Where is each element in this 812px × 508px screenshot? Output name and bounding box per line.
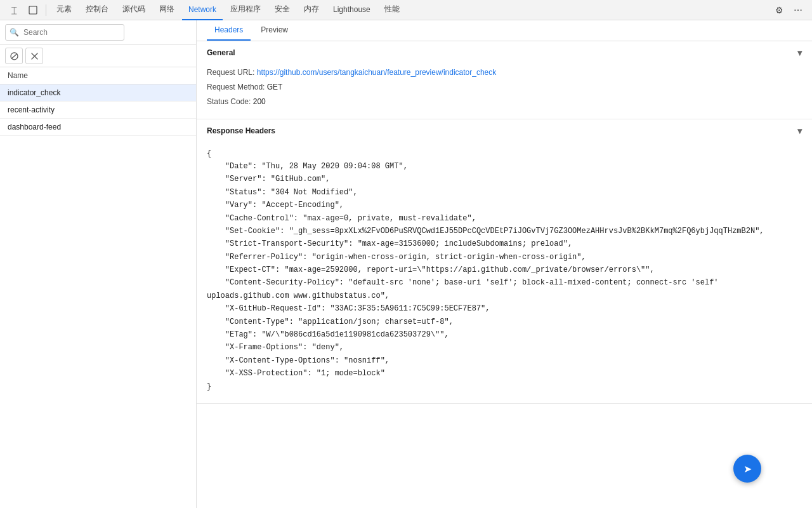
toolbar-right: ⚙ ⋯ [770,1,807,19]
left-panel: 🔍 Name indicator_check recent-activity d… [0,20,197,508]
request-method-row: Request Method: GET [207,81,802,93]
tab-application[interactable]: 应用程序 [224,0,267,20]
request-url-link[interactable]: https://github.com/users/tangkaichuan/fe… [257,68,497,77]
list-item[interactable]: indicator_check [0,84,196,102]
search-icon: 🔍 [10,28,19,37]
general-section-body: Request URL: https://github.com/users/ta… [197,64,812,119]
chevron-down-icon: ▾ [797,48,802,58]
fab-icon: ➤ [743,463,752,475]
tab-security[interactable]: 安全 [268,0,296,20]
request-method-label: Request Method: [207,83,265,91]
request-method-value: GET [267,83,283,91]
request-url-label: Request URL: [207,68,254,77]
tab-network-cn[interactable]: 网络 [153,0,181,20]
response-headers-section: Response Headers ▾ { "Date": "Thu, 28 Ma… [197,119,812,404]
general-section: General ▾ Request URL: https://github.co… [197,41,812,119]
fab-button[interactable]: ➤ [733,455,761,483]
panel-tabs: Headers Preview [197,20,812,41]
tab-lighthouse[interactable]: Lighthouse [327,0,377,20]
toolbar: ⌶ 元素 控制台 源代码 网络 Network 应用程序 安全 内存 Light… [0,0,812,20]
block-button[interactable] [5,48,23,64]
name-column-header: Name [0,67,196,84]
action-bar [0,45,196,67]
status-code-label: Status Code: [207,97,251,106]
tab-preview[interactable]: Preview [253,20,296,41]
settings-icon[interactable]: ⚙ [770,1,788,19]
main-layout: 🔍 Name indicator_check recent-activity d… [0,20,812,508]
network-list: indicator_check recent-activity dashboar… [0,84,196,508]
tab-headers[interactable]: Headers [207,20,251,41]
search-bar: 🔍 [0,20,196,45]
tab-console[interactable]: 控制台 [79,0,115,20]
general-title: General [207,48,235,57]
tab-performance[interactable]: 性能 [378,0,406,20]
status-code-row: Status Code: 200 [207,96,802,108]
inspect-icon[interactable] [24,1,42,19]
separator [46,4,46,16]
svg-line-2 [11,53,17,58]
list-item[interactable]: recent-activity [0,102,196,119]
tab-elements[interactable]: 元素 [50,0,78,20]
response-headers-section-header[interactable]: Response Headers ▾ [197,119,812,142]
request-url-row: Request URL: https://github.com/users/ta… [207,67,802,79]
list-item[interactable]: dashboard-feed [0,119,196,136]
svg-rect-0 [29,6,37,14]
tab-sources[interactable]: 源代码 [116,0,152,20]
tab-memory[interactable]: 内存 [298,0,325,20]
response-headers-title: Response Headers [207,126,275,135]
chevron-down-icon-2: ▾ [797,126,802,136]
panel-content: General ▾ Request URL: https://github.co… [197,41,812,508]
response-headers-json: { "Date": "Thu, 28 May 2020 09:04:08 GMT… [197,142,812,403]
clear-button[interactable] [25,48,43,64]
general-section-header[interactable]: General ▾ [197,41,812,64]
search-input[interactable] [5,24,124,41]
status-code-value: 200 [253,97,266,106]
cursor-icon[interactable]: ⌶ [5,1,23,19]
right-panel: Headers Preview General ▾ Request URL: h… [197,20,812,508]
tab-network[interactable]: Network [182,0,223,20]
search-wrap: 🔍 [5,24,191,41]
more-icon[interactable]: ⋯ [789,1,807,19]
